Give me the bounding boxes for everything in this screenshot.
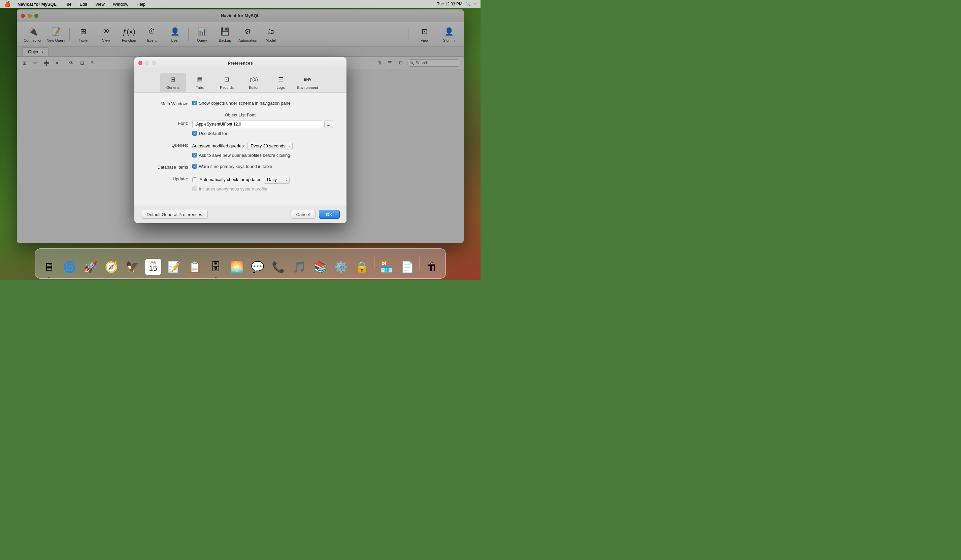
- dialog-titlebar: Preferences: [134, 57, 347, 69]
- logs-tab-icon: ☰: [276, 75, 286, 84]
- dock-separator: [374, 256, 374, 269]
- menubar-help[interactable]: Help: [135, 2, 147, 7]
- apple-menu-icon[interactable]: 🍎: [4, 1, 11, 7]
- dock-item-trash[interactable]: 🗑: [423, 257, 442, 276]
- dock-dot-navicat: [215, 277, 217, 278]
- dock-item-finder[interactable]: 🖥: [39, 257, 58, 276]
- autosave-label: Autosave modified queries:: [192, 143, 245, 148]
- tab-general[interactable]: ⊞ General: [160, 73, 186, 92]
- main-window-label: Main Window:: [148, 101, 188, 106]
- font-content: ... ✓ Use default for:: [192, 120, 333, 136]
- font-row: Font: ... ✓ Use default for:: [148, 120, 333, 136]
- tab-environment[interactable]: ENV Environment: [295, 73, 321, 92]
- tab-editor-label: Editor: [249, 85, 259, 90]
- tab-records[interactable]: ⊡ Records: [214, 73, 240, 92]
- menubar-view[interactable]: View: [94, 2, 106, 7]
- dock-item-reminders[interactable]: 📋: [186, 257, 204, 276]
- warn-primary-checkbox[interactable]: ✓: [192, 164, 197, 168]
- anonymous-row: Includes anonymous system profile: [192, 186, 333, 191]
- database-items-row: Database Items ✓ Warn if no primary keys…: [148, 164, 333, 170]
- ask-save-label: Ask to save new queries/profiles before …: [199, 153, 290, 158]
- dock-item-messages[interactable]: 💬: [248, 257, 267, 276]
- dialog-close-button[interactable]: [138, 61, 142, 65]
- dialog-footer: Default General Preferences Cancel OK: [134, 205, 347, 223]
- preferences-dialog: Preferences ⊞ General ▤ Tabs ⊡ Records ƒ…: [134, 57, 347, 223]
- show-objects-row: ✓ Show objects under schema in navigatio…: [192, 101, 333, 106]
- queries-row: Queries: Autosave modified queries: Ever…: [148, 142, 333, 158]
- database-items-label: Database Items: [148, 164, 188, 170]
- use-default-row: ✓ Use default for:: [192, 131, 333, 136]
- menubar: 🍎 Navicat for MySQL File Edit View Windo…: [0, 0, 480, 8]
- queries-label: Queries:: [148, 142, 188, 148]
- tab-tabs[interactable]: ▤ Tabs: [187, 73, 213, 92]
- menubar-control-icon[interactable]: ≡: [474, 2, 476, 6]
- tab-environment-label: Environment: [297, 85, 318, 90]
- environment-tab-icon: ENV: [303, 75, 312, 84]
- show-objects-checkbox[interactable]: ✓: [192, 101, 197, 105]
- ok-button[interactable]: OK: [319, 210, 340, 219]
- menubar-window[interactable]: Window: [111, 2, 130, 7]
- dialog-max-button: [152, 61, 156, 65]
- warn-primary-row: ✓ Warn if no primary keys found in table: [192, 164, 333, 169]
- dock-item-photos[interactable]: 🌅: [227, 257, 246, 276]
- autosave-select[interactable]: Every 30 seconds Every 1 minute Every 5 …: [247, 142, 292, 150]
- dock-item-preview[interactable]: 📄: [398, 257, 417, 276]
- dock-item-elytra[interactable]: 🦅: [123, 257, 142, 276]
- dock-item-notes[interactable]: 📝: [165, 257, 183, 276]
- dialog-overlay: Preferences ⊞ General ▤ Tabs ⊡ Records ƒ…: [0, 0, 480, 280]
- dialog-footer-right: Cancel OK: [291, 210, 340, 219]
- auto-check-label: Automatically check for updates: [200, 177, 262, 182]
- show-objects-label: Show objects under schema in navigation …: [199, 101, 291, 106]
- ask-save-row: ✓ Ask to save new queries/profiles befor…: [192, 153, 333, 158]
- main-window-content: ✓ Show objects under schema in navigatio…: [192, 101, 333, 106]
- dock-item-facetime[interactable]: 📞: [269, 257, 288, 276]
- menubar-time: Tue 12:03 PM: [437, 2, 462, 6]
- dock-item-launchpad[interactable]: 🚀: [81, 257, 100, 276]
- dock-item-calendar[interactable]: JAN 15: [144, 257, 162, 276]
- dock-dot-finder: [48, 277, 50, 278]
- font-browse-button[interactable]: ...: [324, 120, 333, 128]
- dock-item-navicat[interactable]: 🗄: [206, 257, 225, 276]
- general-tab-icon: ⊞: [168, 75, 178, 84]
- cancel-button[interactable]: Cancel: [291, 210, 315, 219]
- dock-item-openvpn[interactable]: 🔒: [352, 257, 371, 276]
- anonymous-checkbox: [192, 186, 197, 191]
- tab-records-label: Records: [220, 85, 234, 90]
- menubar-file[interactable]: File: [63, 2, 73, 7]
- tab-general-label: General: [166, 85, 180, 90]
- dialog-tabs: ⊞ General ▤ Tabs ⊡ Records ƒ(x) Editor ☰…: [134, 69, 347, 93]
- default-preferences-button[interactable]: Default General Preferences: [141, 210, 208, 219]
- tab-logs[interactable]: ☰ Logs: [268, 73, 294, 92]
- font-input[interactable]: [192, 120, 322, 128]
- dialog-window-controls: [138, 61, 156, 65]
- font-field-row: ...: [192, 120, 333, 128]
- warn-primary-label: Warn if no primary keys found in table: [199, 164, 272, 169]
- menubar-search-icon[interactable]: 🔍: [466, 2, 471, 6]
- dialog-body: Main Window: ✓ Show objects under schema…: [134, 93, 347, 205]
- database-items-content: ✓ Warn if no primary keys found in table: [192, 164, 333, 169]
- dock-item-books[interactable]: 📚: [311, 257, 329, 276]
- dock-item-safari[interactable]: 🧭: [102, 257, 121, 276]
- queries-content: Autosave modified queries: Every 30 seco…: [192, 142, 333, 158]
- menubar-edit[interactable]: Edit: [79, 2, 88, 7]
- update-label: Update:: [148, 176, 188, 181]
- records-tab-icon: ⊡: [222, 75, 231, 84]
- use-default-checkbox[interactable]: ✓: [192, 131, 197, 136]
- object-list-font-header: Object List Font: [225, 113, 256, 117]
- dialog-min-button: [145, 61, 149, 65]
- dock: 🖥 🌀 🚀 🧭 🦅 JAN 15 📝 📋 🗄 🌅 💬 📞 🎵: [35, 249, 446, 279]
- tab-editor[interactable]: ƒ(x) Editor: [241, 73, 267, 92]
- auto-check-checkbox[interactable]: [192, 177, 197, 182]
- dock-item-music[interactable]: 🎵: [290, 257, 309, 276]
- dock-item-system-prefs[interactable]: ⚙️: [332, 257, 350, 276]
- ask-save-checkbox[interactable]: ✓: [192, 153, 197, 157]
- update-frequency-select[interactable]: Daily Weekly Monthly: [264, 176, 289, 184]
- editor-tab-icon: ƒ(x): [249, 75, 259, 84]
- menubar-app-name[interactable]: Navicat for MySQL: [16, 2, 58, 7]
- dock-item-siri[interactable]: 🌀: [60, 257, 79, 276]
- dock-item-app-store[interactable]: 🏪: [377, 257, 396, 276]
- update-content: Automatically check for updates Daily We…: [192, 176, 333, 191]
- main-window-row: Main Window: ✓ Show objects under schema…: [148, 101, 333, 106]
- anonymous-label: Includes anonymous system profile: [199, 186, 267, 191]
- update-freq-select-wrap: Daily Weekly Monthly: [264, 176, 289, 184]
